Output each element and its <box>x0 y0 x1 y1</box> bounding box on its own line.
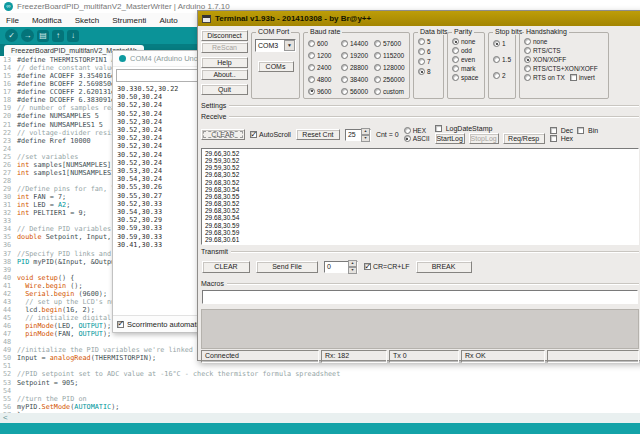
menu-item-strumenti[interactable]: Strumenti <box>112 16 146 25</box>
radio-option-hex: HEX <box>404 127 430 134</box>
radio-button[interactable] <box>341 88 348 95</box>
radio-button[interactable] <box>524 47 531 54</box>
coms-button[interactable]: COMs <box>258 61 294 72</box>
verify-button[interactable]: ✓ <box>5 29 18 42</box>
radio-option-4800: 4800 <box>308 73 341 85</box>
startlog-button[interactable]: StartLog <box>435 133 465 144</box>
menu-item-file[interactable]: File <box>6 16 19 25</box>
radio-button[interactable] <box>404 135 411 142</box>
radio-button[interactable] <box>418 38 425 45</box>
receive-line: 29.68,30.61 <box>205 236 635 243</box>
radio-button[interactable] <box>341 64 348 71</box>
receive-line: 29.68,30.59 <box>205 229 635 236</box>
radio-label: none <box>461 38 475 45</box>
receive-clear-button[interactable]: CLEAR <box>201 129 245 140</box>
stoplog-button: StopLog <box>469 133 499 144</box>
reqresp-button[interactable]: Req/Resp <box>503 133 545 144</box>
radio-button[interactable] <box>524 65 531 72</box>
crlf-checkbox[interactable] <box>364 263 371 270</box>
radio-option-9600: 9600 <box>308 85 341 97</box>
spinner-up-icon[interactable]: ▲ <box>361 128 370 135</box>
menu-item-aiuto[interactable]: Aiuto <box>159 16 177 25</box>
reset-cnt-button[interactable]: Reset Cnt <box>296 129 340 140</box>
com-port-select[interactable]: COM3 ▼ <box>255 39 296 52</box>
radio-button[interactable] <box>374 64 381 71</box>
menu-item-sketch[interactable]: Sketch <box>75 16 99 25</box>
save-button[interactable]: ↓ <box>67 30 79 42</box>
counter-spinner[interactable]: 25 ▲ ▼ <box>345 129 371 141</box>
radio-button[interactable] <box>524 74 531 81</box>
bin-checkbox[interactable] <box>577 127 584 134</box>
code-line: 53Setpoint = 905; <box>0 379 640 387</box>
invert-checkbox[interactable] <box>570 74 577 81</box>
radio-button[interactable] <box>418 68 425 75</box>
radio-button[interactable] <box>308 88 315 95</box>
about-button[interactable]: About.. <box>201 69 248 80</box>
radio-button[interactable] <box>374 52 381 59</box>
menu-item-modifica[interactable]: Modifica <box>32 16 62 25</box>
quit-button[interactable]: Quit <box>201 84 248 95</box>
radio-button[interactable] <box>524 56 531 63</box>
terminal-statusbar: ConnectedRx: 182Tx 0Rx OK <box>201 350 639 363</box>
com-port-group: COM Port COM3 ▼ COMs <box>251 32 300 99</box>
scroll-left-arrow-icon[interactable]: < <box>3 413 8 422</box>
receive-line: 29.59,30.52 <box>205 164 635 171</box>
radio-option-19200: 19200 <box>341 49 374 61</box>
data-bits-label: Data bits <box>418 28 450 35</box>
upload-button[interactable]: → <box>21 29 34 42</box>
radio-button[interactable] <box>418 58 425 65</box>
autoscroll-checkbox[interactable] <box>117 321 124 328</box>
macros-input[interactable] <box>202 290 638 304</box>
disconnect-button[interactable]: Disconnect <box>201 30 248 41</box>
radio-button[interactable] <box>452 38 459 45</box>
radio-button[interactable] <box>493 56 500 63</box>
status-cell-2: Tx 0 <box>389 350 459 363</box>
open-button[interactable]: ↑ <box>52 30 64 42</box>
dec-checkbox[interactable] <box>550 127 557 134</box>
radio-button[interactable] <box>418 48 425 55</box>
spinner-down-icon[interactable]: ▼ <box>361 135 370 142</box>
break-button[interactable]: BREAK <box>416 261 472 273</box>
chevron-down-icon[interactable]: ▼ <box>284 40 295 51</box>
help-button[interactable]: Help <box>201 57 248 68</box>
radio-button[interactable] <box>374 88 381 95</box>
radio-button[interactable] <box>452 56 459 63</box>
autoscroll-terminal-checkbox[interactable] <box>250 131 257 138</box>
radio-label: 38400 <box>350 76 368 83</box>
horizontal-scrollbar[interactable]: < <box>0 413 640 423</box>
radio-button[interactable] <box>374 76 381 83</box>
tx-spinner-up-icon[interactable]: ▲ <box>348 260 357 267</box>
send-file-button[interactable]: Send File <box>256 261 318 273</box>
radio-label: RTS/CTS <box>533 47 561 54</box>
radio-button[interactable] <box>452 65 459 72</box>
radio-button[interactable] <box>374 40 381 47</box>
radio-button[interactable] <box>493 72 500 79</box>
bin-label: Bin <box>588 127 598 134</box>
radio-button[interactable] <box>524 38 531 45</box>
radio-button[interactable] <box>452 47 459 54</box>
receive-area[interactable]: 29.66,30.5229.59,30.5229.59,30.5229.68,3… <box>201 148 639 245</box>
autoscroll-label: Scorrimento automatico <box>127 320 206 329</box>
radio-button[interactable] <box>308 64 315 71</box>
radio-button[interactable] <box>308 40 315 47</box>
transmit-spinner[interactable]: 0 ▲ ▼ <box>324 261 358 273</box>
hex-checkbox[interactable] <box>550 135 557 142</box>
radio-button[interactable] <box>404 127 411 134</box>
radio-button[interactable] <box>493 40 500 47</box>
transmit-clear-button[interactable]: CLEAR <box>202 261 250 273</box>
transmit-edit-area[interactable] <box>201 309 639 349</box>
parity-options: noneoddevenmarkspace <box>448 33 484 81</box>
radio-button[interactable] <box>308 52 315 59</box>
log-datestamp-checkbox[interactable] <box>435 125 442 132</box>
radio-option-5: 5 <box>418 38 441 45</box>
receive-line: 29.59,30.52 <box>205 157 635 164</box>
radio-label: HEX <box>413 127 426 134</box>
radio-button[interactable] <box>341 40 348 47</box>
new-sketch-button[interactable]: ▤ <box>37 30 49 42</box>
radio-label: ASCII <box>413 135 430 142</box>
radio-button[interactable] <box>452 74 459 81</box>
radio-button[interactable] <box>308 76 315 83</box>
radio-button[interactable] <box>341 52 348 59</box>
tx-spinner-down-icon[interactable]: ▼ <box>348 267 357 274</box>
radio-button[interactable] <box>341 76 348 83</box>
